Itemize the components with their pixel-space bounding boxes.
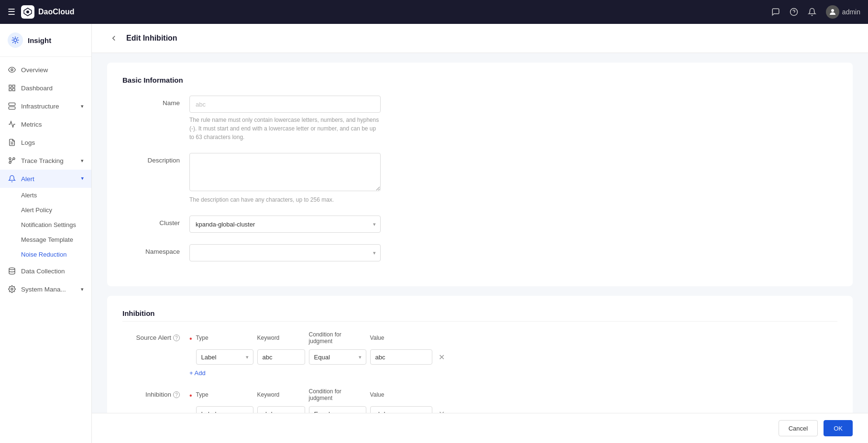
svg-point-5 (11, 69, 13, 71)
sidebar-item-logs[interactable]: Logs (0, 133, 91, 151)
overview-label: Overview (21, 66, 48, 74)
sidebar-brand: Insight (0, 24, 91, 57)
sidebar: Insight Overview Dashboard Infrastructur (0, 24, 92, 443)
inh-type-field: Label Annotation ▾ (196, 406, 253, 413)
inh-type-select-wrap: Label Annotation ▾ (196, 406, 253, 413)
source-keyword-input[interactable] (257, 349, 305, 365)
trace-chevron: ▾ (81, 158, 84, 164)
inh-type-header: Type (196, 391, 253, 400)
source-alert-label: Source Alert (136, 334, 171, 341)
system-chevron: ▾ (81, 286, 84, 292)
inh-keyword-input[interactable] (257, 406, 305, 413)
grid-icon (8, 84, 16, 92)
source-condition-header: Condition for judgment (309, 331, 366, 346)
source-keyword-field (257, 349, 305, 365)
source-alert-info-icon[interactable]: ? (173, 335, 180, 341)
logo: DaoCloud (21, 5, 75, 19)
metrics-label: Metrics (21, 121, 42, 128)
basic-info-title: Basic Information (122, 76, 837, 84)
cancel-button[interactable]: Cancel (779, 420, 818, 436)
content-area: Basic Information Name The rule name mus… (92, 53, 868, 413)
inhibition-info-icon[interactable]: ? (173, 391, 180, 398)
inhibition-row: Inhibition ? • Type Keyword (122, 388, 837, 413)
inhibition-label: Inhibition (145, 391, 171, 398)
ok-button[interactable]: OK (824, 420, 853, 436)
logo-icon (21, 5, 34, 19)
description-textarea[interactable] (189, 153, 381, 191)
svg-rect-9 (12, 88, 15, 91)
source-add-button[interactable]: + Add (189, 369, 206, 377)
inh-condition-select[interactable]: Equal Not Equal (309, 406, 366, 413)
sidebar-item-overview[interactable]: Overview (0, 61, 91, 79)
svg-point-3 (831, 9, 834, 12)
description-row: Description The description can have any… (122, 153, 837, 204)
inhibition-content: • Type Keyword Condition for judgment (189, 388, 837, 413)
sub-item-alert-policy[interactable]: Alert Policy (21, 203, 91, 217)
cluster-control: kpanda-global-cluster ▾ (189, 216, 381, 233)
description-hint: The description can have any characters,… (189, 195, 381, 204)
inh-value-input[interactable] (370, 406, 432, 413)
description-label: Description (122, 153, 189, 164)
inh-keyword-header: Keyword (257, 391, 305, 400)
help-icon[interactable] (790, 8, 798, 16)
avatar (826, 5, 839, 19)
sidebar-item-dashboard[interactable]: Dashboard (0, 79, 91, 97)
source-keyword-header: Keyword (257, 335, 305, 343)
sidebar-item-metrics[interactable]: Metrics (0, 115, 91, 133)
brand-name: DaoCloud (38, 8, 75, 16)
source-value-field (370, 349, 432, 365)
namespace-control: ▾ (189, 244, 381, 261)
user-menu[interactable]: admin (826, 5, 860, 19)
svg-point-18 (9, 158, 11, 160)
name-input[interactable] (189, 96, 381, 113)
sidebar-item-infrastructure[interactable]: Infrastructure ▾ (0, 97, 91, 115)
cluster-select[interactable]: kpanda-global-cluster (189, 216, 381, 233)
name-hint: The rule name must only contain lowercas… (189, 116, 381, 141)
sub-item-message-template[interactable]: Message Template (21, 232, 91, 247)
settings-icon (8, 285, 16, 293)
basic-info-card: Basic Information Name The rule name mus… (107, 63, 853, 286)
sub-item-alerts[interactable]: Alerts (21, 188, 91, 203)
source-type-select[interactable]: Label Annotation (196, 349, 253, 365)
inh-type-select[interactable]: Label Annotation (196, 406, 253, 413)
namespace-select-wrap: ▾ (189, 244, 381, 261)
source-type-header: Type (196, 335, 253, 343)
infrastructure-chevron: ▾ (81, 103, 84, 109)
username: admin (842, 8, 860, 16)
message-icon[interactable] (771, 8, 780, 16)
sub-item-notification-settings[interactable]: Notification Settings (21, 217, 91, 232)
inhibition-label-wrap: Inhibition ? (122, 388, 189, 398)
sidebar-item-trace[interactable]: Trace Tracking ▾ (0, 151, 91, 170)
svg-rect-8 (9, 88, 11, 91)
logs-label: Logs (21, 139, 35, 146)
inh-condition-field: Equal Not Equal ▾ (309, 406, 366, 413)
inh-remove-button[interactable]: ✕ (436, 406, 448, 413)
back-button[interactable] (107, 32, 121, 45)
description-control: The description can have any characters,… (189, 153, 381, 204)
svg-point-4 (14, 39, 17, 42)
source-type-field: Label Annotation ▾ (196, 349, 253, 365)
source-type-select-wrap: Label Annotation ▾ (196, 349, 253, 365)
source-value-input[interactable] (370, 349, 432, 365)
source-alert-fields: • Label Annotation ▾ (189, 349, 837, 365)
inhibition-title: Inhibition (122, 309, 837, 322)
source-alert-content: • Type Keyword Condition for judgment (189, 331, 837, 377)
namespace-select[interactable] (189, 244, 381, 261)
source-remove-button[interactable]: ✕ (436, 349, 448, 365)
menu-icon[interactable]: ☰ (8, 7, 15, 17)
source-condition-select[interactable]: Equal Not Equal (309, 349, 366, 365)
sidebar-item-system[interactable]: System Mana... ▾ (0, 280, 91, 298)
notification-icon[interactable] (808, 8, 816, 16)
brand-icon (8, 32, 23, 48)
svg-rect-7 (12, 85, 15, 87)
sidebar-item-data-collection[interactable]: Data Collection (0, 262, 91, 280)
sidebar-nav: Overview Dashboard Infrastructure ▾ (0, 57, 91, 302)
sidebar-brand-title: Insight (28, 36, 51, 44)
svg-point-20 (11, 288, 13, 290)
inh-condition-select-wrap: Equal Not Equal ▾ (309, 406, 366, 413)
inh-value-header: Value (370, 391, 432, 400)
sub-item-noise-reduction[interactable]: Noise Reduction (21, 247, 91, 262)
dashboard-label: Dashboard (21, 85, 53, 92)
sidebar-item-alert[interactable]: Alert ▴ (0, 170, 91, 188)
inh-condition-header: Condition for judgment (309, 388, 366, 403)
